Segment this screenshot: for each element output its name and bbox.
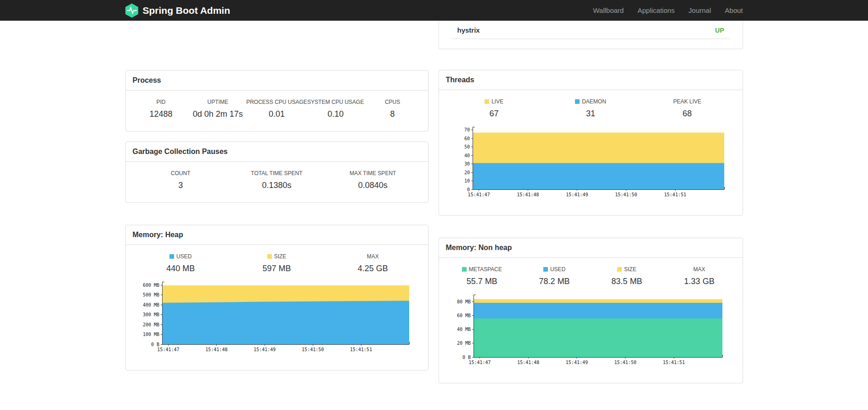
nonheap-used-label-text: USED: [550, 266, 565, 273]
stat-heap-size-label: SIZE: [229, 253, 325, 260]
brand-title: Spring Boot Admin: [143, 5, 231, 16]
metaspace-label-text: METASPACE: [469, 266, 502, 273]
stat-gc-max-time: MAX TIME SPENT 0.0840s: [325, 170, 421, 190]
stat-threads-live: LIVE 67: [446, 98, 542, 119]
heap-memory-chart: 0 B100 MB200 MB300 MB400 MB500 MB600 MB1…: [133, 280, 421, 356]
svg-text:0: 0: [467, 187, 469, 192]
nav-item-about[interactable]: About: [718, 6, 743, 14]
nonheap-memory-chart: 0 B20 MB40 MB60 MB80 MB15:41:4715:41:481…: [446, 293, 734, 369]
svg-text:0 B: 0 B: [151, 342, 159, 347]
heap-size-legend-swatch: [267, 254, 272, 259]
stat-process-cpu-value: 0.01: [246, 109, 307, 119]
svg-text:80 MB: 80 MB: [457, 299, 470, 304]
nav-item-applications[interactable]: Applications: [631, 6, 682, 14]
daemon-legend-swatch: [575, 99, 580, 104]
stat-uptime: UPTIME 0d 0h 2m 17s: [189, 99, 246, 119]
nav-item-wallboard[interactable]: Wallboard: [586, 6, 631, 14]
left-column: Process PID 12488 UPTIME 0d 0h 2m 17s PR…: [125, 21, 428, 370]
svg-text:50: 50: [464, 144, 469, 149]
svg-text:15:41:48: 15:41:48: [205, 347, 227, 352]
stat-uptime-label: UPTIME: [189, 99, 246, 105]
svg-text:300 MB: 300 MB: [142, 312, 159, 317]
svg-text:30: 30: [464, 161, 469, 166]
health-panel: hystrix UP: [439, 21, 743, 49]
stat-pid-value: 12488: [133, 109, 190, 119]
memory-nonheap-panel-title: Memory: Non heap: [439, 238, 743, 258]
threads-panel-body: LIVE 67 DAEMON 31 PEAK LIVE 68 010203040…: [439, 90, 743, 215]
svg-text:40: 40: [464, 153, 469, 158]
stat-nonheap-used-label: USED: [518, 266, 591, 273]
svg-text:15:41:47: 15:41:47: [468, 360, 490, 365]
gc-panel: Garbage Collection Pauses COUNT 3 TOTAL …: [125, 142, 428, 203]
nonheap-size-legend-swatch: [617, 267, 622, 272]
svg-text:15:41:50: 15:41:50: [614, 360, 636, 365]
stat-threads-peak: PEAK LIVE 68: [639, 98, 735, 119]
stat-nonheap-metaspace-value: 55.7 MB: [446, 277, 519, 286]
gc-stats: COUNT 3 TOTAL TIME SPENT 0.1380s MAX TIM…: [133, 170, 421, 190]
svg-text:15:41:51: 15:41:51: [350, 347, 372, 352]
threads-panel-title: Threads: [439, 70, 743, 90]
svg-text:400 MB: 400 MB: [142, 302, 159, 308]
svg-text:15:41:49: 15:41:49: [254, 347, 276, 352]
stat-nonheap-used: USED 78.2 MB: [518, 266, 591, 286]
stat-heap-used-value: 440 MB: [133, 264, 229, 273]
process-panel-title: Process: [126, 71, 428, 91]
page-content: Process PID 12488 UPTIME 0d 0h 2m 17s PR…: [125, 21, 743, 383]
stat-nonheap-size: SIZE 83.5 MB: [591, 266, 663, 286]
stat-cpus-value: 8: [364, 109, 421, 119]
heap-chart-wrap: 0 B100 MB200 MB300 MB400 MB500 MB600 MB1…: [133, 280, 421, 358]
stat-threads-live-label: LIVE: [446, 98, 542, 105]
stat-pid: PID 12488: [133, 99, 190, 119]
process-panel-body: PID 12488 UPTIME 0d 0h 2m 17s PROCESS CP…: [126, 91, 428, 131]
svg-text:40 MB: 40 MB: [457, 327, 470, 332]
memory-heap-panel-body: USED 440 MB SIZE 597 MB MAX 4.25 GB 0 B1…: [126, 245, 428, 370]
nav-item-journal[interactable]: Journal: [682, 6, 718, 14]
stat-nonheap-size-value: 83.5 MB: [591, 277, 663, 286]
heap-used-legend-swatch: [169, 254, 174, 259]
stat-nonheap-metaspace: METASPACE 55.7 MB: [446, 266, 519, 286]
stat-heap-max-value: 4.25 GB: [325, 264, 421, 273]
stat-nonheap-max: MAX 1.33 GB: [663, 266, 736, 286]
stat-heap-max: MAX 4.25 GB: [325, 253, 421, 273]
heap-legend: USED 440 MB SIZE 597 MB MAX 4.25 GB: [133, 253, 421, 273]
stat-process-cpu-label: PROCESS CPU USAGE: [246, 99, 307, 105]
svg-text:15:41:47: 15:41:47: [157, 347, 179, 352]
gc-panel-body: COUNT 3 TOTAL TIME SPENT 0.1380s MAX TIM…: [126, 162, 428, 202]
memory-heap-panel-title: Memory: Heap: [126, 225, 428, 245]
stat-system-cpu-label: SYSTEM CPU USAGE: [307, 99, 364, 105]
svg-text:15:41:47: 15:41:47: [468, 192, 490, 197]
nonheap-legend: METASPACE 55.7 MB USED 78.2 MB SIZE 83.5…: [446, 266, 736, 286]
stat-threads-peak-label: PEAK LIVE: [639, 98, 735, 105]
stat-cpus-label: CPUS: [364, 99, 421, 105]
threads-legend: LIVE 67 DAEMON 31 PEAK LIVE 68: [446, 98, 736, 119]
svg-text:20 MB: 20 MB: [457, 341, 470, 346]
live-label-text: LIVE: [491, 98, 503, 105]
svg-text:600 MB: 600 MB: [142, 283, 159, 288]
svg-text:500 MB: 500 MB: [142, 292, 159, 297]
health-panel-spacer: [439, 39, 743, 49]
gc-panel-title: Garbage Collection Pauses: [126, 142, 428, 162]
stat-gc-max-time-label: MAX TIME SPENT: [325, 170, 421, 177]
svg-text:15:41:49: 15:41:49: [566, 192, 588, 197]
svg-text:100 MB: 100 MB: [142, 332, 159, 337]
process-panel: Process PID 12488 UPTIME 0d 0h 2m 17s PR…: [125, 70, 428, 131]
threads-chart: 01020304050607015:41:4715:41:4815:41:491…: [446, 125, 735, 201]
memory-heap-panel: Memory: Heap USED 440 MB SIZE 597 MB MAX…: [125, 225, 428, 370]
nonheap-used-legend-swatch: [543, 267, 548, 272]
brand[interactable]: Spring Boot Admin: [125, 3, 231, 18]
process-stats: PID 12488 UPTIME 0d 0h 2m 17s PROCESS CP…: [133, 99, 421, 119]
stat-heap-used-label: USED: [133, 253, 229, 260]
stat-threads-daemon-label: DAEMON: [542, 98, 639, 105]
threads-panel: Threads LIVE 67 DAEMON 31 PEAK LIVE 68: [439, 70, 743, 216]
right-column: hystrix UP Threads LIVE 67 DAEMON 31: [439, 21, 743, 383]
threads-chart-wrap: 01020304050607015:41:4715:41:4815:41:491…: [446, 125, 736, 203]
brand-logo-icon: [125, 3, 138, 18]
stat-nonheap-size-label: SIZE: [591, 266, 663, 273]
heap-used-label-text: USED: [176, 253, 192, 260]
svg-text:20: 20: [464, 170, 469, 175]
navbar-menu: Wallboard Applications Journal About: [586, 6, 743, 14]
stat-gc-count-value: 3: [133, 181, 229, 190]
svg-text:15:41:50: 15:41:50: [615, 192, 637, 197]
stat-gc-total-time-value: 0.1380s: [229, 181, 325, 190]
memory-nonheap-panel-body: METASPACE 55.7 MB USED 78.2 MB SIZE 83.5…: [439, 258, 743, 383]
